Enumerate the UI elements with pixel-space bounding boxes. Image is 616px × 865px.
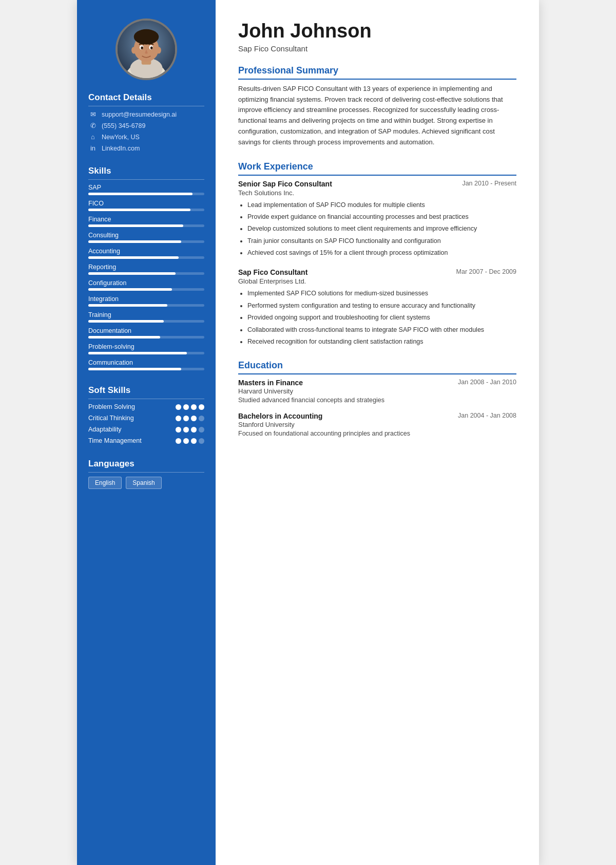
dot bbox=[176, 416, 181, 421]
skill-bar-fill bbox=[88, 320, 164, 323]
bullet: Implemented SAP FICO solutions for mediu… bbox=[247, 289, 516, 298]
soft-skills-list: Problem Solving Critical Thinking Adapta… bbox=[88, 403, 204, 444]
dot bbox=[199, 438, 204, 444]
edu-degree: Masters in Finance bbox=[238, 379, 303, 387]
edu-date: Jan 2004 - Jan 2008 bbox=[458, 412, 516, 419]
dot bbox=[191, 416, 197, 421]
skill-bar-fill bbox=[88, 193, 192, 195]
edu-header: Bachelors in Accounting Jan 2004 - Jan 2… bbox=[238, 412, 516, 420]
dots bbox=[176, 416, 204, 421]
work-title: Work Experience bbox=[238, 161, 516, 176]
skill-label: Documentation bbox=[88, 327, 204, 334]
bullet: Collaborated with cross-functional teams… bbox=[247, 325, 516, 335]
languages-title: Languages bbox=[88, 459, 204, 473]
soft-skills-title: Soft Skills bbox=[88, 385, 204, 399]
job-header: Sap Fico Consultant Mar 2007 - Dec 2009 bbox=[238, 268, 516, 276]
bullet: Develop customized solutions to meet cli… bbox=[247, 224, 516, 234]
skill-label: FICO bbox=[88, 200, 204, 207]
work-section: Work Experience Senior Sap Fico Consulta… bbox=[238, 161, 516, 347]
edu-entry: Masters in Finance Jan 2008 - Jan 2010 H… bbox=[238, 379, 516, 404]
bullet: Provided ongoing support and troubleshoo… bbox=[247, 313, 516, 323]
skill-item: Reporting bbox=[88, 264, 204, 275]
education-title: Education bbox=[238, 360, 516, 374]
candidate-name: John Johnson bbox=[238, 21, 516, 42]
skill-label: Training bbox=[88, 311, 204, 318]
skill-label: Consulting bbox=[88, 232, 204, 239]
skill-bar-bg bbox=[88, 193, 204, 195]
bullet: Provide expert guidance on financial acc… bbox=[247, 212, 516, 222]
skills-title: Skills bbox=[88, 166, 204, 180]
skill-bar-bg bbox=[88, 320, 204, 323]
dot bbox=[199, 416, 204, 421]
summary-text: Results-driven SAP FICO Consultant with … bbox=[238, 84, 516, 148]
dot bbox=[176, 404, 181, 410]
location-icon: ⌂ bbox=[88, 133, 98, 141]
skill-bar-bg bbox=[88, 336, 204, 339]
summary-section: Professional Summary Results-driven SAP … bbox=[238, 65, 516, 148]
job-title-name: Sap Fico Consultant bbox=[238, 268, 307, 276]
bullet: Performed system configuration and testi… bbox=[247, 301, 516, 311]
job-bullets: Lead implementation of SAP FICO modules … bbox=[238, 200, 516, 258]
skill-bar-bg bbox=[88, 304, 204, 307]
svg-point-7 bbox=[135, 33, 158, 43]
skill-bar-bg bbox=[88, 368, 204, 370]
dot bbox=[191, 438, 197, 444]
skill-label: Integration bbox=[88, 295, 204, 303]
skill-item: Documentation bbox=[88, 327, 204, 339]
edu-desc: Focused on foundational accounting princ… bbox=[238, 430, 516, 437]
svg-point-12 bbox=[142, 47, 143, 48]
job-company: Global Enterprises Ltd. bbox=[238, 277, 516, 285]
summary-title: Professional Summary bbox=[238, 65, 516, 80]
skill-label: Accounting bbox=[88, 248, 204, 255]
job-date: Jan 2010 - Present bbox=[462, 180, 516, 187]
dot bbox=[183, 438, 189, 444]
contact-title: Contact Details bbox=[88, 92, 204, 106]
skill-item: SAP bbox=[88, 184, 204, 195]
edu-desc: Studied advanced financial concepts and … bbox=[238, 397, 516, 404]
skill-label: Communication bbox=[88, 359, 204, 366]
jobs-list: Senior Sap Fico Consultant Jan 2010 - Pr… bbox=[238, 180, 516, 347]
education-section: Education Masters in Finance Jan 2008 - … bbox=[238, 360, 516, 437]
skill-item: Consulting bbox=[88, 232, 204, 243]
soft-skill-row: Problem Solving bbox=[88, 403, 204, 410]
candidate-title: Sap Fico Consultant bbox=[238, 44, 516, 53]
skill-bar-fill bbox=[88, 240, 181, 243]
soft-skill-row: Critical Thinking bbox=[88, 415, 204, 422]
skill-bar-bg bbox=[88, 209, 204, 211]
edu-date: Jan 2008 - Jan 2010 bbox=[458, 379, 516, 386]
languages-section: Languages EnglishSpanish bbox=[77, 459, 216, 499]
email-icon: ✉ bbox=[88, 110, 98, 118]
dot bbox=[191, 404, 197, 410]
contact-linkedin: in LinkedIn.com bbox=[88, 144, 204, 152]
contact-email: ✉ support@resumedesign.ai bbox=[88, 110, 204, 118]
avatar bbox=[116, 18, 177, 80]
skill-bar-fill bbox=[88, 288, 172, 291]
skill-bar-fill bbox=[88, 336, 160, 339]
skills-list: SAP FICO Finance Consulting Accounting R… bbox=[88, 184, 204, 370]
soft-skill-row: Adaptability bbox=[88, 426, 204, 433]
bullet: Train junior consultants on SAP FICO fun… bbox=[247, 236, 516, 246]
skill-item: Integration bbox=[88, 295, 204, 307]
edu-school: Harvard University bbox=[238, 387, 516, 395]
soft-skill-label: Time Management bbox=[88, 437, 176, 444]
skill-bar-fill bbox=[88, 368, 181, 370]
edu-school: Stanford University bbox=[238, 421, 516, 428]
resume-container: Contact Details ✉ support@resumedesign.a… bbox=[77, 0, 539, 865]
linkedin-icon: in bbox=[88, 144, 98, 152]
skills-section: Skills SAP FICO Finance Consulting Accou… bbox=[77, 166, 216, 385]
skill-label: Problem-solving bbox=[88, 343, 204, 350]
dot bbox=[183, 416, 189, 421]
job-bullets: Implemented SAP FICO solutions for mediu… bbox=[238, 289, 516, 347]
skill-bar-fill bbox=[88, 256, 179, 259]
skill-label: SAP bbox=[88, 184, 204, 191]
skill-item: FICO bbox=[88, 200, 204, 211]
dot bbox=[176, 427, 181, 432]
skill-bar-fill bbox=[88, 209, 190, 211]
bullet: Lead implementation of SAP FICO modules … bbox=[247, 200, 516, 210]
dots bbox=[176, 427, 204, 432]
edu-degree: Bachelors in Accounting bbox=[238, 412, 322, 420]
dots bbox=[176, 438, 204, 444]
soft-skill-label: Problem Solving bbox=[88, 403, 176, 410]
soft-skill-label: Adaptability bbox=[88, 426, 176, 433]
skill-bar-bg bbox=[88, 288, 204, 291]
